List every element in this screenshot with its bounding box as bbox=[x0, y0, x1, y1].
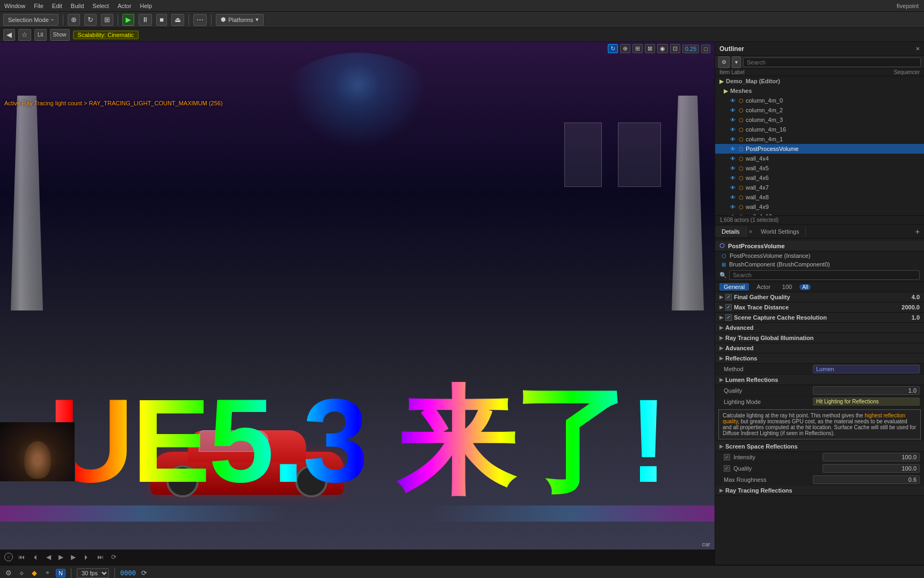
max-trace-checkbox[interactable]: ✓ bbox=[725, 304, 732, 310]
outliner-item-ppv[interactable]: 👁 ⬡ PostProcessVolume bbox=[715, 144, 924, 154]
show-toggle[interactable]: Lit bbox=[34, 29, 47, 41]
outliner-item-wall6[interactable]: 👁 ⬡ wall_4x6 bbox=[715, 173, 924, 183]
pause-button[interactable]: ⏸ bbox=[139, 14, 152, 26]
outliner-item-col0[interactable]: 👁 ⬡ column_4m_0 bbox=[715, 96, 924, 105]
outliner-item-col1[interactable]: 👁 ⬡ column_4m_1 bbox=[715, 134, 924, 144]
tl-filter-btn[interactable]: ⚬ bbox=[42, 568, 53, 578]
viewport-perspective-btn[interactable]: ↻ bbox=[608, 44, 618, 53]
outliner-item-meshes[interactable]: ▶ Meshes bbox=[715, 86, 924, 96]
tl-prev-frame[interactable]: ◀ bbox=[44, 552, 53, 562]
scene-capture-checkbox[interactable]: ✓ bbox=[725, 314, 732, 321]
intensity-value[interactable]: 100.0 bbox=[823, 453, 920, 461]
viewport-camera-btn[interactable]: ◉ bbox=[657, 44, 668, 53]
brush-component-row[interactable]: ⊞ BrushComponent (BrushComponent0) bbox=[715, 260, 924, 269]
viewport-snap2-btn[interactable]: ⊠ bbox=[645, 44, 655, 53]
col0-label: column_4m_0 bbox=[746, 97, 783, 104]
outliner-item-wall8[interactable]: 👁 ⬡ wall_4x8 bbox=[715, 192, 924, 202]
eject-button[interactable]: ⏏ bbox=[171, 14, 184, 26]
viewport-exposure-btn[interactable]: 0.25 bbox=[682, 45, 699, 53]
transform-scale-button[interactable]: ⊞ bbox=[101, 14, 113, 26]
viewport[interactable]: Active Ray Tracing light count > RAY_TRA… bbox=[0, 42, 715, 565]
ssr-quality-value[interactable]: 100.0 bbox=[823, 464, 920, 473]
details-cat-general[interactable]: General bbox=[719, 283, 749, 291]
outliner-settings-btn[interactable]: ⚙ bbox=[718, 56, 730, 68]
final-gather-section[interactable]: ▶ ✓ Final Gather Quality 4.0 bbox=[715, 292, 924, 302]
more-options-button[interactable]: ⋯ bbox=[193, 14, 207, 26]
viewport-snap-btn[interactable]: ⊞ bbox=[632, 44, 643, 53]
reflections-section[interactable]: ▶ Reflections bbox=[715, 353, 924, 364]
screen-space-reflections-section[interactable]: ▶ Screen Space Reflections bbox=[715, 442, 924, 452]
ray-tracing-reflections-section[interactable]: ▶ Ray Tracing Reflections bbox=[715, 486, 924, 496]
final-gather-checkbox[interactable]: ✓ bbox=[725, 294, 732, 300]
scene-capture-section[interactable]: ▶ ✓ Scene Capture Cache Resolution 1.0 bbox=[715, 313, 924, 323]
right-panel: Outliner × ⚙ ▾ Item Label Sequencer ▶ De… bbox=[715, 42, 924, 565]
menu-help[interactable]: Help bbox=[140, 3, 152, 9]
tl-curve-btn[interactable]: ⟡ bbox=[17, 568, 26, 579]
tl-settings-btn[interactable]: ⚙ bbox=[3, 568, 14, 578]
lighting-mode-value[interactable]: Hit Lighting for Reflections bbox=[813, 398, 920, 406]
details-search-input[interactable] bbox=[729, 270, 920, 280]
outliner-item-demo-map[interactable]: ▶ Demo_Map (Editor) bbox=[715, 76, 924, 86]
max-roughness-value[interactable]: 0.6 bbox=[813, 475, 920, 484]
tl-skip-end[interactable]: ⏭ bbox=[95, 552, 106, 562]
viewport-fullscreen-btn[interactable]: □ bbox=[701, 45, 710, 53]
outliner-item-wall4[interactable]: 👁 ⬡ wall_4x4 bbox=[715, 154, 924, 163]
tl-play-pause[interactable]: ▶ bbox=[56, 552, 66, 562]
ray-tracing-gi-arrow: ▶ bbox=[719, 335, 723, 341]
stop-button[interactable]: ■ bbox=[156, 14, 167, 26]
details-tab[interactable]: Details bbox=[715, 226, 747, 237]
details-cat-actor[interactable]: Actor bbox=[752, 283, 775, 291]
menu-window[interactable]: Window bbox=[4, 3, 25, 9]
fps-select[interactable]: 30 fps bbox=[77, 568, 109, 578]
menu-actor[interactable]: Actor bbox=[118, 3, 132, 9]
advanced-section-1[interactable]: ▶ Advanced bbox=[715, 323, 924, 333]
advanced-section-2[interactable]: ▶ Advanced bbox=[715, 343, 924, 353]
menu-edit[interactable]: Edit bbox=[52, 3, 62, 9]
menu-select[interactable]: Select bbox=[92, 3, 109, 9]
play-button[interactable]: ▶ bbox=[122, 14, 134, 26]
method-value[interactable]: Lumen bbox=[813, 365, 920, 373]
ray-tracing-gi-section[interactable]: ▶ Ray Tracing Global Illumination bbox=[715, 333, 924, 343]
menu-build[interactable]: Build bbox=[71, 3, 84, 9]
outliner-item-col3[interactable]: 👁 ⬡ column_4m_3 bbox=[715, 115, 924, 125]
tl-next-frame[interactable]: ▶ bbox=[69, 552, 78, 562]
bookmark-button[interactable]: ☆ bbox=[18, 29, 31, 41]
outliner-item-wall10[interactable]: 👁 ⬡ wall_4x10 bbox=[715, 212, 924, 215]
outliner-search-input[interactable] bbox=[743, 57, 921, 67]
show-button[interactable]: Show bbox=[50, 29, 70, 41]
tl-diamond-btn[interactable]: ◆ bbox=[30, 568, 39, 578]
transform-move-button[interactable]: ⊕ bbox=[68, 14, 80, 26]
transform-rotate-button[interactable]: ↻ bbox=[84, 14, 97, 26]
intensity-checkbox[interactable]: ✓ bbox=[724, 454, 730, 460]
details-cat-100[interactable]: 100 bbox=[778, 283, 796, 291]
ppv-instance-row[interactable]: ⬡ PostProcessVolume (Instance) bbox=[715, 251, 924, 260]
tl-next-key[interactable]: ⏵ bbox=[81, 552, 92, 562]
outliner-item-col16[interactable]: 👁 ⬡ column_4m_16 bbox=[715, 125, 924, 134]
tl-loop[interactable]: ⟳ bbox=[109, 552, 119, 562]
lumen-reflections-section[interactable]: ▶ Lumen Reflections bbox=[715, 375, 924, 385]
ppv-component-header[interactable]: ⬡ PostProcessVolume bbox=[715, 241, 924, 251]
tl-skip-start[interactable]: ⏮ bbox=[16, 552, 27, 562]
max-trace-section[interactable]: ▶ ✓ Max Trace Distance 2000.0 bbox=[715, 302, 924, 313]
platforms-button[interactable]: ⬢ Platforms ▾ bbox=[216, 14, 263, 26]
tl-n-mode-btn[interactable]: N bbox=[56, 569, 66, 577]
outliner-close-btn[interactable]: × bbox=[915, 45, 920, 53]
tl-filter2-btn[interactable]: ⟳ bbox=[139, 568, 149, 578]
outliner-item-wall7[interactable]: 👁 ⬡ wall_4x7 bbox=[715, 183, 924, 192]
tl-prev-key[interactable]: ⏴ bbox=[30, 552, 41, 562]
outliner-item-col2[interactable]: 👁 ⬡ column_4m_2 bbox=[715, 105, 924, 115]
outliner-filter-btn[interactable]: ▾ bbox=[732, 56, 741, 68]
details-add-btn[interactable]: + bbox=[911, 227, 924, 236]
outliner-item-wall9[interactable]: 👁 ⬡ wall_4x9 bbox=[715, 202, 924, 212]
scalability-badge[interactable]: Scalability: Cinematic bbox=[73, 31, 139, 39]
world-settings-tab[interactable]: World Settings bbox=[754, 226, 806, 237]
back-button[interactable]: ◀ bbox=[3, 29, 15, 41]
viewport-grid-btn[interactable]: ⊕ bbox=[620, 44, 630, 53]
viewport-fov-btn[interactable]: ⊡ bbox=[670, 44, 680, 53]
details-tab-close-btn[interactable]: × bbox=[747, 228, 754, 235]
menu-file[interactable]: File bbox=[34, 3, 43, 9]
quality-val[interactable]: 1.0 bbox=[813, 386, 920, 395]
ssr-quality-checkbox[interactable]: ✓ bbox=[724, 465, 730, 472]
selection-mode-button[interactable]: Selection Mode ~ bbox=[3, 14, 59, 26]
outliner-item-wall5[interactable]: 👁 ⬡ wall_4x5 bbox=[715, 163, 924, 173]
